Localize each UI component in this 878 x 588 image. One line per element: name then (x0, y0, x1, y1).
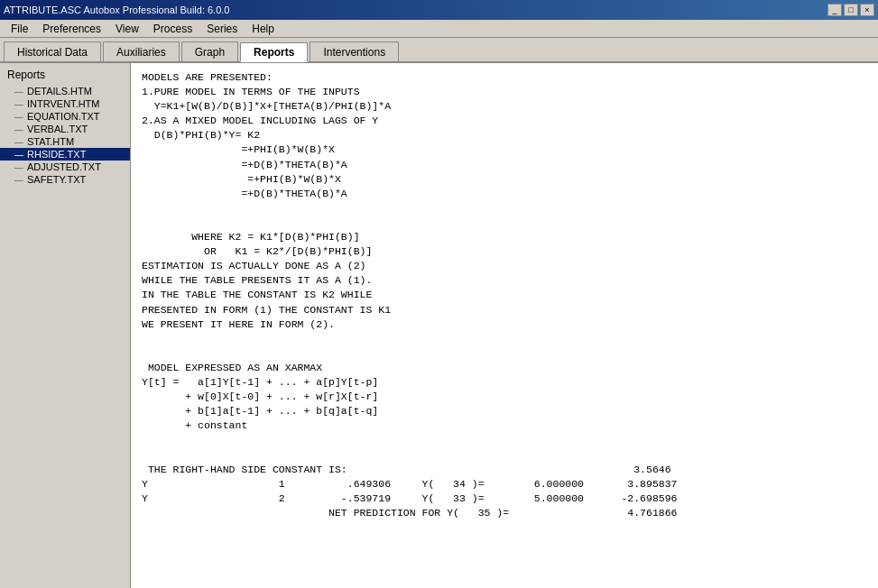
content-area[interactable]: MODELS ARE PRESENTED: 1.PURE MODEL IN TE… (131, 63, 878, 588)
sidebar-item-safety-txt[interactable]: SAFETY.TXT (0, 173, 130, 186)
title-bar-controls: _ □ × (827, 4, 874, 16)
sidebar-item-verbal-txt[interactable]: VERBAL.TXT (0, 123, 130, 135)
tab-auxiliaries[interactable]: Auxiliaries (103, 41, 180, 61)
sidebar-item-rhside-txt[interactable]: RHSIDE.TXT (0, 148, 130, 161)
tab-historical-data[interactable]: Historical Data (4, 41, 101, 61)
menu-process[interactable]: Process (146, 21, 199, 37)
menu-preferences[interactable]: Preferences (35, 21, 108, 37)
menu-help[interactable]: Help (245, 21, 282, 37)
close-button[interactable]: × (860, 4, 874, 16)
sidebar-item-adjusted-txt[interactable]: ADJUSTED.TXT (0, 161, 130, 173)
sidebar-item-stat-htm[interactable]: STAT.HTM (0, 135, 130, 148)
sidebar: Reports DETAILS.HTM INTRVENT.HTM EQUATIO… (0, 63, 131, 588)
title-bar: ATTRIBUTE.ASC Autobox Professional Build… (0, 0, 878, 20)
menu-file[interactable]: File (4, 21, 35, 37)
sidebar-item-intrvent-htm[interactable]: INTRVENT.HTM (0, 97, 130, 110)
menu-series[interactable]: Series (199, 21, 245, 37)
menu-view[interactable]: View (108, 21, 146, 37)
main-area: Reports DETAILS.HTM INTRVENT.HTM EQUATIO… (0, 63, 878, 588)
tab-reports[interactable]: Reports (240, 42, 308, 62)
minimize-button[interactable]: _ (827, 4, 842, 16)
title-bar-text: ATTRIBUTE.ASC Autobox Professional Build… (4, 5, 229, 15)
sidebar-item-equation-txt[interactable]: EQUATION.TXT (0, 110, 130, 123)
tab-graph[interactable]: Graph (181, 41, 238, 61)
tab-interventions[interactable]: Interventions (310, 41, 399, 61)
sidebar-item-details-htm[interactable]: DETAILS.HTM (0, 85, 130, 97)
maximize-button[interactable]: □ (844, 4, 858, 16)
sidebar-title: Reports (0, 67, 130, 85)
menu-bar: File Preferences View Process Series Hel… (0, 20, 878, 38)
tab-bar: Historical Data Auxiliaries Graph Report… (0, 38, 878, 63)
